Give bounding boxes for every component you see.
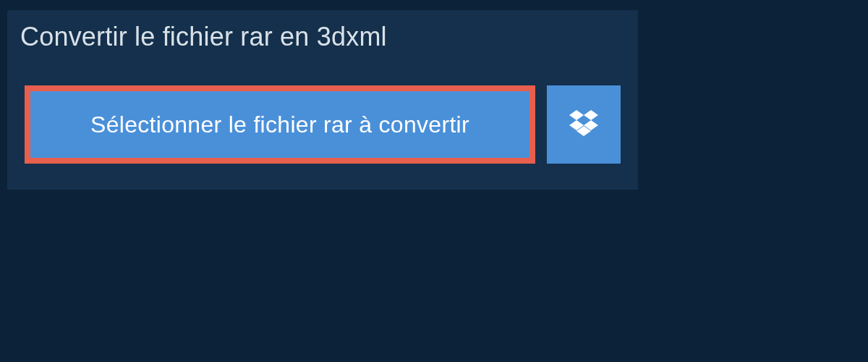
select-file-button[interactable]: Sélectionner le fichier rar à convertir [25,85,535,164]
select-file-button-label: Sélectionner le fichier rar à convertir [90,111,469,138]
page-title-text: Convertir le fichier rar en 3dxml [20,22,387,51]
dropbox-icon [569,110,598,139]
dropbox-button[interactable] [547,85,621,164]
converter-panel: Convertir le fichier rar en 3dxml Sélect… [7,10,638,190]
button-row: Sélectionner le fichier rar à convertir [7,65,638,190]
page-title: Convertir le fichier rar en 3dxml [7,10,404,65]
